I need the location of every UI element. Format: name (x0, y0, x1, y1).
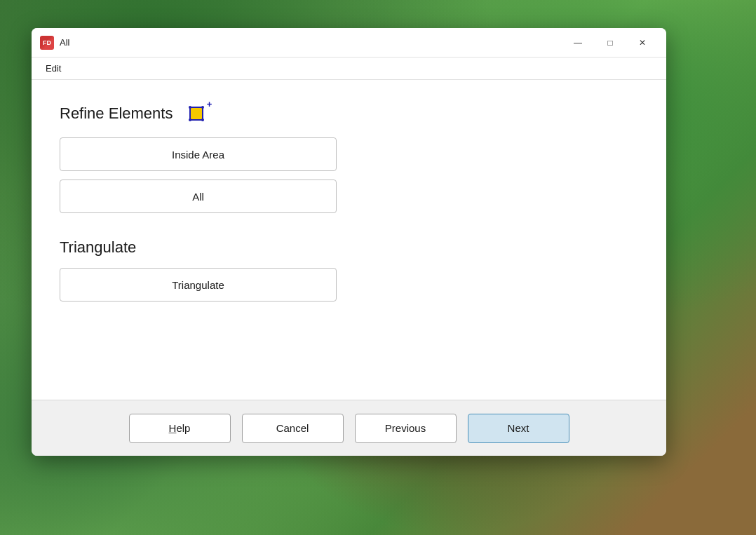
all-button[interactable]: All (60, 180, 337, 213)
help-underline: H (169, 422, 177, 434)
corner-dot-tl (189, 106, 191, 109)
triangulate-title: Triangulate (60, 238, 136, 257)
title-bar: FD All — □ ✕ (32, 28, 666, 57)
refine-icon: + (184, 101, 209, 126)
inside-area-button[interactable]: Inside Area (60, 137, 337, 171)
refine-elements-section: Refine Elements + Inside Area All (60, 101, 638, 222)
yellow-box-shape (189, 107, 203, 121)
window-title: All (60, 37, 562, 48)
refine-header: Refine Elements + (60, 101, 638, 126)
triangulate-section: Triangulate Triangulate (60, 238, 638, 310)
corner-dot-bl (189, 118, 191, 121)
dialog-footer: Help Cancel Previous Next (32, 400, 666, 456)
triangulate-button[interactable]: Triangulate (60, 268, 337, 302)
maximize-button[interactable]: □ (595, 32, 626, 53)
window-controls: — □ ✕ (562, 32, 658, 53)
cursor-plus-icon: + (207, 100, 212, 109)
cancel-button[interactable]: Cancel (242, 414, 344, 443)
next-button[interactable]: Next (468, 414, 569, 443)
close-button[interactable]: ✕ (627, 32, 658, 53)
previous-button[interactable]: Previous (355, 414, 457, 443)
help-button[interactable]: Help (129, 414, 231, 443)
corner-dot-br (201, 118, 204, 121)
minimize-button[interactable]: — (562, 32, 593, 53)
dialog-content: Refine Elements + Inside Area All (32, 80, 666, 400)
menu-bar: Edit (32, 57, 666, 80)
app-icon: FD (40, 36, 54, 50)
triangulate-header: Triangulate (60, 238, 638, 257)
menu-edit[interactable]: Edit (40, 60, 67, 76)
dialog-window: FD All — □ ✕ Edit Refine Elements (32, 28, 666, 456)
corner-dot-tr (201, 106, 204, 109)
refine-title: Refine Elements (60, 104, 173, 123)
